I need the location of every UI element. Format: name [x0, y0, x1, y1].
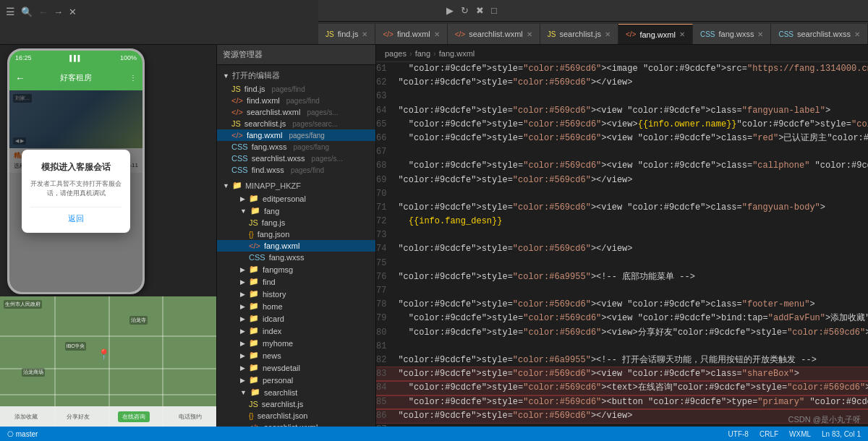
folder-news[interactable]: ▶ 📁 news — [217, 349, 375, 361]
file-sl-wxml[interactable]: </> searchlist.wxml — [217, 421, 375, 427]
line-number: 74 — [376, 242, 395, 256]
tab-searchlistjs[interactable]: JS searchlist.js ✕ — [540, 24, 618, 44]
line-number: 78 — [376, 298, 395, 312]
toolbar-icon-4[interactable]: □ — [491, 5, 497, 16]
open-file-searchlistjs[interactable]: JS searchlist.js pages/searc... — [217, 118, 375, 129]
line-number: 75 — [376, 257, 395, 270]
folder-icon: 📁 — [249, 194, 259, 203]
toolbar-icon-2[interactable]: ↻ — [461, 5, 469, 16]
open-editors-section[interactable]: ▼ 打开的编辑器 — [217, 68, 375, 83]
folder-idcard[interactable]: ▶ 📁 idcard — [217, 312, 375, 325]
toolbar-icon-3[interactable]: ✖ — [476, 5, 484, 16]
file-fang-wxss[interactable]: CSS fang.wxss — [217, 252, 375, 263]
xml-icon-3: </> — [231, 131, 243, 140]
tab-findjs[interactable]: JS find.js ✕ — [318, 24, 375, 44]
history-icon: 📁 — [249, 289, 259, 299]
open-file-findjs[interactable]: JS find.js pages/find — [217, 83, 375, 95]
line-number: 77 — [376, 284, 395, 298]
folder-home[interactable]: ▶ 📁 home — [217, 300, 375, 312]
dialog-title: 模拟进入客服会话 — [30, 161, 122, 174]
folder-fangmsg[interactable]: ▶ 📁 fangmsg — [217, 263, 375, 275]
map-btn-addFav[interactable]: 添加收藏 — [14, 413, 38, 421]
close-searchlistwxml-icon[interactable]: ✕ — [527, 30, 532, 38]
close-searchlistjs-icon[interactable]: ✕ — [605, 30, 610, 38]
close-findwxml-icon[interactable]: ✕ — [434, 30, 440, 38]
toolbar-icon-1[interactable]: ▶ — [446, 5, 454, 16]
file-fang-wxml[interactable]: </> fang.wxml — [217, 240, 375, 252]
sl-js-icon: JS — [249, 400, 258, 408]
open-file-sljs-path: pages/searc... — [292, 120, 338, 128]
folder-editpersonal[interactable]: ▶ 📁 editpersonal — [217, 192, 375, 205]
open-file-findwxml-name: find.wxml — [247, 96, 280, 105]
fang-folder-icon: 📁 — [250, 206, 260, 215]
tab-findwxml[interactable]: </> find.wxml ✕ — [375, 24, 447, 44]
project-name: MINAPP_HKZF — [245, 181, 301, 190]
code-editor-area[interactable]: 61 "color:#9cdcfe">style="color:#569cd6"… — [376, 62, 868, 427]
code-line-row: 70 — [376, 187, 868, 201]
tab-fangwxss[interactable]: CSS fang.wxss ✕ — [693, 24, 771, 44]
code-table: 61 "color:#9cdcfe">style="color:#569cd6"… — [376, 62, 868, 427]
open-file-fangwxml-path: pages/fang — [289, 132, 325, 140]
dialog-return-button[interactable]: 返回 — [30, 207, 122, 224]
dialog-overlay: 模拟进入客服会话 开发者工具暂不支持打开客服会话，请使用真机调试 返回 — [9, 90, 142, 292]
personal-arrow: ▶ — [240, 377, 245, 384]
tab-searchlistwxml[interactable]: </> searchlist.wxml ✕ — [448, 24, 540, 44]
map-btn-phone[interactable]: 电话预约 — [179, 413, 202, 421]
breadcrumb-bar: pages › fang › fang.wxml — [376, 45, 868, 62]
tab-searchlistwxss[interactable]: CSS searchlist.wxss ✕ — [771, 24, 868, 44]
file-fang-js[interactable]: JS fang.js — [217, 217, 375, 228]
line-number: 67 — [376, 145, 395, 159]
phone-title: 好客租房 — [60, 72, 92, 83]
code-content: "color:#9cdcfe">style="color:#569cd6"><v… — [395, 132, 868, 145]
open-file-searchlistwxml[interactable]: </> searchlist.wxml pages/s... — [217, 106, 375, 118]
file-tree-header: 资源管理器 — [217, 45, 375, 65]
close-findjs-icon[interactable]: ✕ — [362, 30, 367, 38]
history-arrow: ▶ — [240, 291, 245, 298]
folder-history[interactable]: ▶ 📁 history — [217, 288, 375, 300]
close-searchlistwxss-icon[interactable]: ✕ — [854, 30, 860, 38]
line-number: 86 — [376, 409, 395, 423]
project-folder-icon: 📁 — [232, 181, 242, 190]
folder-personal[interactable]: ▶ 📁 personal — [217, 374, 375, 386]
personal-icon: 📁 — [249, 375, 259, 385]
searchlist-arrow: ▼ — [240, 389, 247, 396]
close-fangwxss-icon[interactable]: ✕ — [757, 30, 763, 38]
folder-find[interactable]: ▶ 📁 find — [217, 275, 375, 288]
open-file-fangwxss-path: pages/fang — [294, 143, 330, 151]
code-content: "color:#9cdcfe">style="color:#569cd6"><v… — [395, 104, 868, 118]
open-file-fangwxss[interactable]: CSS fang.wxss pages/fang — [217, 141, 375, 153]
open-file-slwxss[interactable]: CSS searchlist.wxss pages/s... — [217, 153, 375, 164]
folder-fang-label: fang — [264, 207, 279, 215]
status-encoding: UTF-8 — [728, 430, 749, 438]
tab-fangwxml[interactable]: </> fang.wxml ✕ — [618, 24, 693, 44]
code-line-row: 67 — [376, 145, 868, 159]
fang-js-icon: JS — [249, 218, 258, 227]
project-root[interactable]: ▼ 📁 MINAPP_HKZF — [217, 179, 375, 192]
folder-newsdetail[interactable]: ▶ 📁 newsdetail — [217, 361, 375, 374]
close-fangwxml-icon[interactable]: ✕ — [679, 30, 685, 38]
code-content: "color:#9cdcfe">style="color:#6a9955"><!… — [395, 354, 868, 367]
file-fang-json[interactable]: {} fang.json — [217, 228, 375, 240]
open-file-fangwxml[interactable]: </> fang.wxml pages/fang — [217, 129, 375, 141]
file-sl-json[interactable]: {} searchlist.json — [217, 410, 375, 421]
open-editors-arrow: ▼ — [223, 72, 229, 80]
file-tree-body[interactable]: ▼ 打开的编辑器 JS find.js pages/find </> find.… — [217, 65, 375, 427]
map-btn-online[interactable]: 在线咨询 — [118, 411, 150, 422]
status-position: Ln 83, Col 1 — [822, 430, 861, 438]
map-label-4: 泊龙商场 — [22, 368, 45, 377]
folder-index[interactable]: ▶ 📁 index — [217, 325, 375, 337]
map-btn-share[interactable]: 分享好友 — [67, 413, 90, 421]
code-line-row: 68 "color:#9cdcfe">style="color:#569cd6"… — [376, 159, 868, 173]
home-arrow: ▶ — [240, 303, 245, 310]
open-file-findwxml[interactable]: </> find.wxml pages/find — [217, 95, 375, 106]
breadcrumb-sep2: › — [433, 49, 436, 58]
folder-fang[interactable]: ▼ 📁 fang — [217, 205, 375, 217]
code-line-row: 71"color:#9cdcfe">style="color:#569cd6">… — [376, 201, 868, 215]
fang-js-label: fang.js — [262, 218, 285, 227]
folder-searchlist[interactable]: ▼ 📁 searchlist — [217, 386, 375, 398]
status-language: WXML — [789, 430, 811, 438]
file-sl-js[interactable]: JS searchlist.js — [217, 398, 375, 410]
open-file-findwxss[interactable]: CSS find.wxss pages/find — [217, 164, 375, 176]
folder-myhome[interactable]: ▶ 📁 myhome — [217, 337, 375, 349]
code-line-row: 80 "color:#9cdcfe">style="color:#569cd6"… — [376, 326, 868, 340]
